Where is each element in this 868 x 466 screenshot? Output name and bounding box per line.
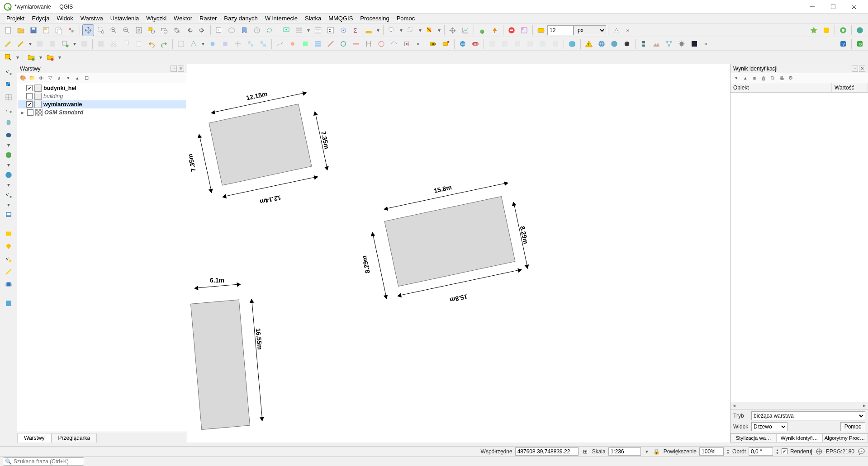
dig6-icon[interactable] [245,38,256,50]
map-canvas[interactable]: 12.15m 12.14m 7.35m 7.35m 15.8m 15.8m 8.… [187,64,730,442]
dig13-icon[interactable] [337,38,349,50]
plugin4-icon[interactable] [854,24,866,36]
menu-projekt[interactable]: Projekt [3,14,28,23]
print-icon[interactable]: 🖶 [778,74,786,82]
menu-bazy[interactable]: Bazy danych [220,14,261,23]
deselect-icon[interactable] [424,24,436,36]
overflow-icon[interactable]: » [413,41,423,47]
layer-checkbox[interactable] [26,101,33,108]
warn-icon[interactable]: ! [583,38,595,50]
layer-building[interactable]: building [18,92,186,100]
add-group-icon[interactable]: 📁 [28,74,36,82]
crs-icon[interactable] [815,447,823,456]
tab-processing[interactable]: Algorytmy Process… [822,433,868,442]
layout-manager-icon[interactable] [53,24,65,36]
vector2-icon[interactable]: V [2,189,15,201]
rot-input[interactable] [749,447,773,456]
plugin1-icon[interactable] [808,24,820,36]
tree2-icon[interactable] [489,24,501,36]
python-icon[interactable] [638,38,650,50]
label2-icon[interactable] [440,38,452,50]
globe2-icon[interactable] [608,38,620,50]
georef-icon[interactable] [518,24,530,36]
plugin2-icon[interactable] [821,24,832,36]
panel-close-icon[interactable]: ✕ [178,66,184,72]
view-select[interactable]: Drzewo [751,422,787,431]
chip-icon[interactable] [2,278,15,290]
dig1-icon[interactable] [175,38,187,50]
tab-przegladarka[interactable]: Przeglądarka [52,433,97,442]
help1-icon[interactable]: ? [837,38,849,50]
scale-input[interactable] [608,447,641,456]
zoom-input[interactable] [699,447,724,456]
attribute-table-icon[interactable] [312,24,324,36]
dig4-icon[interactable] [219,38,231,50]
size-unit-select[interactable]: px [574,25,606,35]
panel-float-icon[interactable]: ▫ [852,66,858,72]
dropdown-icon[interactable]: ▾ [71,41,78,47]
dropdown-icon[interactable]: ▾ [14,54,21,61]
db2-icon[interactable] [2,149,15,161]
dropdown-icon[interactable]: ▾ [5,162,12,168]
postgis-icon[interactable] [2,129,15,141]
render-checkbox[interactable] [782,448,787,454]
menu-mmqgis[interactable]: MMQGIS [325,14,356,23]
identify-icon[interactable] [280,24,292,36]
matrix-icon[interactable] [688,38,700,50]
map-tips-icon[interactable] [386,24,398,36]
edit-pencil-icon[interactable] [2,38,14,50]
add-feature-icon[interactable] [59,38,71,50]
dropdown-icon[interactable]: ▾ [5,182,12,188]
messages-icon[interactable]: 💬 [857,447,865,456]
field-calc-icon[interactable]: Σ [325,24,337,36]
label-tool-icon[interactable] [535,24,547,36]
dig16-icon[interactable] [375,38,387,50]
expand-icon[interactable]: ▾ [732,74,740,82]
form-icon[interactable]: ≡ [750,74,759,82]
spatialite-icon[interactable] [2,117,15,128]
coord-input[interactable] [515,447,579,456]
layer-checkbox[interactable] [27,109,33,116]
lock-icon[interactable]: 🔒 [653,447,661,456]
virtual-icon[interactable] [2,209,15,221]
dig18-icon[interactable] [401,38,413,50]
temporal-icon[interactable] [251,24,263,36]
h-scrollbar[interactable]: ◂▸ [730,402,868,409]
dig14-icon[interactable] [350,38,362,50]
plugin3-icon[interactable] [837,24,849,36]
zoom-full-icon[interactable] [133,24,145,36]
zoom-native-icon[interactable] [171,24,183,36]
text-tool-icon[interactable] [611,24,622,36]
pan-selection-icon[interactable] [95,24,107,36]
dropdown-icon[interactable]: ▾ [417,27,423,33]
overflow-icon[interactable]: » [701,41,711,47]
mode-select[interactable]: bieżąca warstwa [751,411,865,420]
new-group-icon[interactable] [25,52,37,63]
dropdown-icon[interactable]: ▾ [38,54,44,61]
new-map-view-icon[interactable]: + [213,24,225,36]
layer-wymiarowanie[interactable]: wymiarowanie [18,100,186,108]
save-project-icon[interactable] [28,24,39,36]
layer-osm[interactable]: ▸ OSM Standard [18,108,186,117]
crs-text[interactable]: EPSG:2180 [826,448,854,455]
dig2-icon[interactable] [188,38,199,50]
mesh-layer-icon[interactable] [2,91,15,103]
locator-search[interactable]: 🔍 [3,457,84,466]
locator-input[interactable] [14,458,82,465]
dig10-icon[interactable] [299,38,311,50]
dig5-icon[interactable] [232,38,244,50]
clear-icon[interactable]: 🗑 [759,74,768,82]
bug-icon[interactable] [621,38,633,50]
processing-icon[interactable] [337,24,349,36]
dropdown-icon[interactable]: ▾ [398,27,404,33]
network-icon[interactable] [663,38,675,50]
dig8-icon[interactable] [274,38,286,50]
dropdown-icon[interactable]: ▾ [200,41,206,47]
copy-icon[interactable]: ⧉ [768,74,777,82]
layer-budynki-hel[interactable]: budynki_hel [18,84,186,92]
stop-icon[interactable] [506,24,517,36]
settings-icon[interactable]: ⚙ [787,74,795,82]
dropdown-icon[interactable]: ▾ [5,202,12,208]
menu-raster[interactable]: Raster [196,14,220,23]
menu-widok[interactable]: Widok [53,14,77,23]
